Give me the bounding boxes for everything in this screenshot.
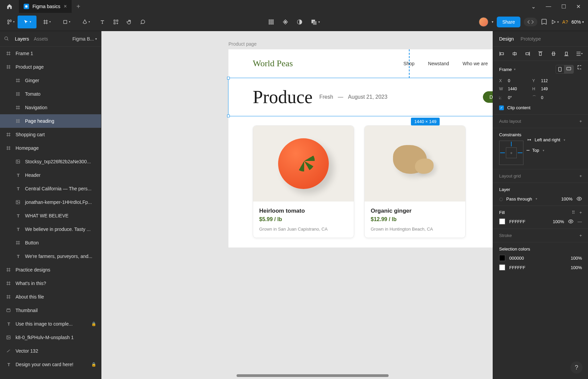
add-stroke[interactable]: + (579, 233, 582, 238)
layer-row[interactable]: Homepage (0, 141, 101, 155)
remove-fill[interactable]: — (578, 219, 582, 224)
lock-icon[interactable]: 🔒 (91, 322, 96, 326)
home-button[interactable] (0, 0, 19, 13)
layer-row[interactable]: Tomato (0, 87, 101, 101)
layer-row[interactable]: k8-0_fkPHulv-M-unsplash 1 (0, 331, 101, 344)
visibility-icon[interactable] (568, 219, 573, 224)
layer-row[interactable]: TCentral California — The pers... (0, 182, 101, 195)
blend-mode[interactable]: Pass through (506, 196, 532, 202)
page-selector[interactable]: Figma B...▾ (72, 36, 97, 42)
present-button[interactable]: ▾ (551, 19, 559, 25)
x-value[interactable]: 0 (508, 78, 528, 83)
sel-color-swatch[interactable] (499, 255, 505, 261)
layout-grid-icon[interactable] (268, 19, 274, 25)
fill-opacity[interactable]: 100% (553, 219, 564, 224)
align-left-icon[interactable] (498, 50, 505, 57)
h-value[interactable]: 149 (541, 87, 561, 91)
rotation-value[interactable]: 0° (508, 95, 528, 100)
align-center-h-icon[interactable] (511, 50, 518, 57)
nav-item[interactable]: Who we are (463, 61, 488, 66)
visibility-icon[interactable] (577, 196, 582, 202)
shape-tool[interactable]: ▾ (57, 16, 76, 28)
horizontal-scrollbar[interactable] (101, 374, 493, 378)
clip-checkbox[interactable]: ✓ (499, 105, 504, 110)
assets-tab[interactable]: Assets (34, 36, 48, 42)
fit-icon[interactable] (577, 65, 582, 74)
layer-row[interactable]: Thumbnail (0, 304, 101, 317)
layer-row[interactable]: THeader (0, 168, 101, 182)
close-tab-button[interactable]: × (64, 3, 67, 9)
resources-tool[interactable] (109, 16, 122, 28)
layer-row[interactable]: Page heading (0, 114, 101, 128)
zoom-level[interactable]: 60%▾ (571, 19, 584, 25)
layer-row[interactable]: TWe're farmers, purveyors, and... (0, 250, 101, 263)
share-button[interactable]: Share (497, 17, 520, 27)
sel-color-swatch[interactable] (499, 264, 505, 270)
distribute-icon[interactable]: ▾ (576, 50, 583, 57)
constraints-widget[interactable]: + (499, 141, 523, 165)
frame-tool[interactable]: ▾ (37, 16, 56, 28)
align-right-icon[interactable] (524, 50, 531, 57)
file-tab[interactable]: Figma basics × (19, 0, 72, 13)
add-grid[interactable]: + (579, 173, 582, 179)
layer-row[interactable]: TWHAT WE BELIEVE (0, 209, 101, 222)
hand-tool[interactable] (123, 16, 136, 28)
constraint-v[interactable]: ITop▾ (528, 148, 565, 153)
layer-row[interactable]: Button (0, 236, 101, 250)
minimize-button[interactable]: — (546, 3, 551, 10)
nav-item[interactable]: Newstand (428, 61, 449, 66)
constraint-h[interactable]: ↦Left and right▾ (528, 137, 565, 142)
maximize-button[interactable]: ☐ (561, 3, 566, 10)
dev-mode-button[interactable] (524, 18, 537, 26)
lock-icon[interactable]: 🔒 (91, 362, 96, 367)
chevron-down-icon[interactable]: ⌄ (531, 3, 536, 10)
y-value[interactable]: 112 (541, 78, 561, 83)
layer-row[interactable]: Vector 132 (0, 344, 101, 358)
align-top-icon[interactable] (537, 50, 544, 57)
layer-row[interactable]: What's in this? (0, 277, 101, 290)
add-fill[interactable]: + (579, 210, 582, 215)
filter-pill-default[interactable]: Default (483, 91, 493, 103)
new-tab-button[interactable]: + (72, 3, 85, 10)
avatar[interactable] (479, 17, 488, 27)
w-value[interactable]: 1440 (508, 87, 528, 91)
add-autolayout[interactable]: + (579, 119, 582, 124)
layers-tab[interactable]: Layers (15, 36, 29, 42)
fill-swatch[interactable] (499, 218, 505, 224)
chevron-down-icon[interactable]: ▾ (492, 20, 493, 24)
layer-row[interactable]: Practice designs (0, 263, 101, 277)
layer-row[interactable]: jonathan-kemper-1HHrdIoLFp... (0, 195, 101, 209)
close-window-button[interactable]: ✕ (576, 3, 581, 10)
comment-tool[interactable] (137, 16, 149, 28)
radius-value[interactable]: 0 (541, 95, 561, 100)
layer-row[interactable]: Stocksy_txp226f62b2aNe300... (0, 155, 101, 168)
design-tab[interactable]: Design (499, 36, 514, 42)
pen-tool[interactable]: ▾ (76, 16, 95, 28)
orientation-toggle[interactable] (556, 65, 574, 74)
boolean-icon[interactable]: ▾ (311, 19, 320, 25)
layer-row[interactable]: Ginger (0, 74, 101, 87)
help-button[interactable]: ? (570, 361, 583, 374)
align-bottom-icon[interactable] (563, 50, 570, 57)
sel-color-op[interactable]: 100% (571, 256, 582, 261)
style-icon[interactable]: ⠿ (572, 210, 575, 215)
layer-row[interactable]: About this file (0, 290, 101, 304)
fill-hex[interactable]: FFFFFF (509, 219, 525, 224)
frame-label[interactable]: Product page (228, 41, 256, 47)
layer-row[interactable]: Navigation (0, 101, 101, 114)
component-icon[interactable] (283, 19, 289, 25)
layer-opacity[interactable]: 100% (561, 196, 572, 202)
library-icon[interactable] (541, 19, 547, 25)
prototype-tab[interactable]: Prototype (521, 36, 541, 42)
layer-row[interactable]: TUse this image to comple...🔒 (0, 317, 101, 331)
menu-button[interactable]: ▾ (4, 16, 17, 28)
frame-type[interactable]: Frame (499, 67, 512, 72)
text-tool[interactable] (96, 16, 109, 28)
sel-color-hex[interactable]: 000000 (509, 256, 524, 261)
layer-row[interactable]: Frame 1 (0, 47, 101, 60)
sel-color-op[interactable]: 100% (571, 265, 582, 270)
canvas[interactable]: Product page World Peas Shop Newstand Wh… (101, 31, 493, 379)
layer-row[interactable]: Product page (0, 60, 101, 74)
move-tool[interactable]: ▾ (18, 16, 36, 28)
align-center-v-icon[interactable] (550, 50, 557, 57)
